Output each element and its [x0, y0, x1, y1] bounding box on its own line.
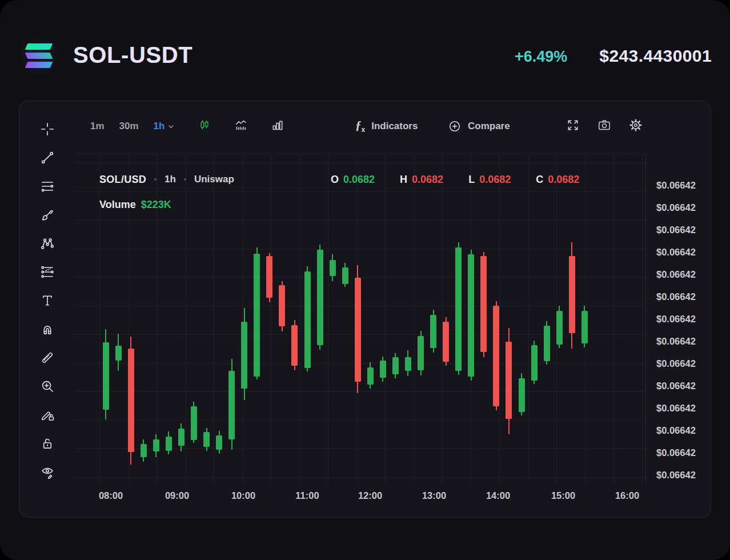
candle	[115, 154, 122, 484]
candle	[291, 154, 298, 484]
candles-layer	[75, 154, 645, 483]
time-tick-label: 10:00	[231, 490, 255, 501]
candle	[531, 154, 538, 484]
sidebar-tool-text[interactable]	[40, 293, 55, 308]
candle	[367, 154, 374, 484]
price-chart[interactable]: SOL/USD 1h Uniswap O0.0682 H0.0682 L0.06…	[75, 154, 646, 483]
compare-label: Compare	[468, 121, 510, 132]
sidebar-tool-zoom-in[interactable]	[40, 379, 55, 394]
crosshair-icon	[40, 122, 55, 137]
candle	[266, 154, 272, 484]
indicators-label: Indicators	[371, 121, 418, 132]
time-tick-label: 09:00	[165, 490, 189, 501]
price-tick-label: $0.06642	[656, 269, 696, 280]
price-tick-label: $0.06642	[656, 202, 696, 213]
plus-circle-icon	[448, 119, 462, 133]
candle	[178, 154, 184, 484]
candle	[128, 154, 134, 484]
candle	[380, 154, 386, 484]
sidebar-tool-crosshair[interactable]	[40, 122, 55, 137]
price-tick-label: $0.06642	[656, 314, 696, 325]
compare-button[interactable]: Compare	[448, 118, 510, 135]
candle	[166, 154, 172, 484]
candle	[254, 154, 260, 484]
candle	[317, 154, 323, 484]
price-tick-label: $0.06642	[656, 425, 696, 436]
candle	[279, 154, 285, 484]
candle	[216, 154, 222, 484]
fib-lines-icon	[40, 179, 55, 194]
sidebar-tool-brush[interactable]	[40, 207, 55, 222]
ruler-icon	[40, 350, 55, 365]
timeframe-1h-button[interactable]: 1h	[154, 121, 175, 132]
sidebar-tool-ruler[interactable]	[40, 350, 55, 365]
candle	[153, 154, 159, 484]
time-tick-label: 08:00	[99, 490, 123, 501]
lock-icon	[40, 436, 55, 451]
chevron-down-icon	[167, 123, 175, 130]
candle	[581, 154, 588, 484]
sidebar-tool-hide-drawings[interactable]	[40, 465, 55, 479]
candle	[304, 154, 311, 484]
candle	[480, 154, 487, 484]
candle	[392, 154, 399, 484]
time-axis[interactable]: 08:0009:0010:0011:0012:0013:0014:0015:00…	[75, 483, 646, 509]
candle	[506, 154, 512, 484]
time-tick-label: 11:00	[295, 490, 319, 501]
page-title: SOL-USDT	[73, 42, 192, 68]
brush-icon	[40, 207, 55, 222]
xabcd-pattern-icon	[40, 236, 55, 251]
trend-line-icon	[40, 150, 55, 165]
fullscreen-icon[interactable]	[566, 118, 580, 132]
price-tick-label: $0.06642	[656, 447, 696, 458]
bar-chart-icon[interactable]	[271, 118, 284, 132]
candle	[468, 154, 474, 484]
hide-drawings-eye-icon	[40, 465, 55, 479]
price-tick-label: $0.06642	[656, 180, 696, 191]
time-tick-label: 16:00	[615, 490, 639, 501]
zoom-in-icon	[40, 379, 55, 394]
price-tick-label: $0.06642	[656, 225, 696, 235]
sidebar-tool-xabcd-pattern[interactable]	[40, 236, 55, 251]
chart-panel: 1m 30m 1h ƒx Indicators Compare	[19, 101, 711, 518]
candle	[443, 154, 449, 484]
candle	[455, 154, 462, 484]
time-tick-label: 15:00	[551, 490, 575, 501]
chart-type-group	[198, 118, 284, 132]
sidebar-tool-long-position[interactable]	[40, 265, 55, 279]
long-position-icon	[40, 265, 55, 279]
time-tick-label: 14:00	[486, 490, 510, 501]
price-tick-label: $0.06642	[656, 358, 696, 369]
timeframe-1m-button[interactable]: 1m	[90, 121, 105, 132]
candle	[556, 154, 563, 484]
price-change-percent: +6.49%	[515, 48, 567, 66]
magnet-icon	[40, 322, 55, 337]
drawing-tools-sidebar	[19, 101, 75, 517]
candle	[330, 154, 336, 484]
price-tick-label: $0.06642	[656, 381, 696, 391]
timeframe-30m-button[interactable]: 30m	[119, 121, 139, 132]
camera-icon[interactable]	[597, 118, 611, 132]
time-tick-label: 13:00	[422, 490, 446, 501]
candle	[228, 154, 235, 484]
candle	[493, 154, 499, 484]
sidebar-tool-trend-line[interactable]	[40, 150, 55, 165]
candles-icon[interactable]	[198, 118, 211, 132]
settings-gear-icon[interactable]	[629, 118, 643, 132]
line-volume-icon[interactable]	[234, 118, 248, 132]
candle	[191, 154, 197, 484]
candle	[430, 154, 436, 484]
candle	[103, 154, 109, 484]
time-tick-label: 12:00	[358, 490, 382, 501]
sidebar-tool-edit-lock[interactable]	[40, 407, 55, 422]
app-frame: SOL-USDT +6.49% $243.4430001	[0, 0, 730, 560]
timeframe-group: 1m 30m 1h	[90, 118, 175, 135]
price-tick-label: $0.06642	[656, 470, 696, 481]
sidebar-tool-magnet[interactable]	[40, 322, 55, 337]
price-axis[interactable]: $0.06642$0.06642$0.06642$0.06642$0.06642…	[646, 154, 712, 483]
indicators-button[interactable]: ƒx Indicators	[355, 118, 418, 135]
sidebar-tool-fib-lines[interactable]	[40, 179, 55, 194]
sidebar-tool-lock[interactable]	[40, 436, 55, 451]
candle	[418, 154, 424, 484]
price-tick-label: $0.06642	[656, 247, 696, 258]
